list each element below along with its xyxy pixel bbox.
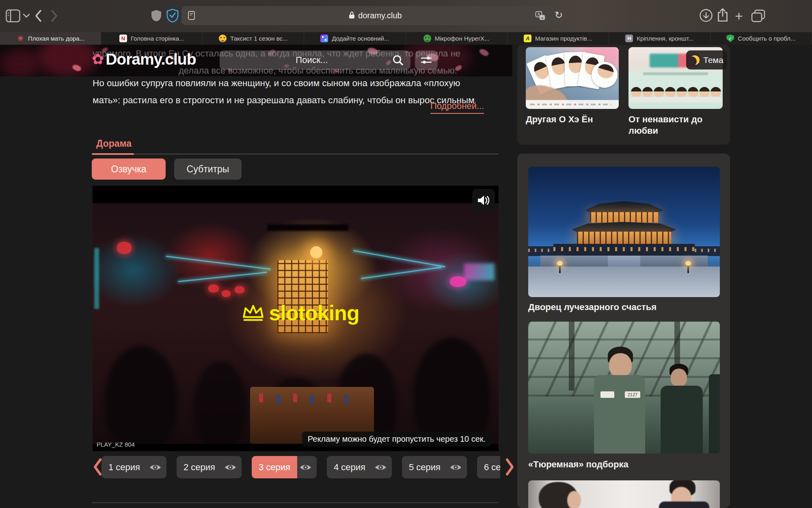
episode-button-6[interactable]: 6 серия	[477, 456, 500, 478]
section-divider	[92, 154, 498, 154]
tab-mounts[interactable]: H Кріплення, кроншт...	[609, 32, 710, 45]
new-tab-icon[interactable]: +	[735, 9, 743, 23]
tab-app[interactable]: Додайте основний...	[304, 32, 406, 45]
shield-check-favicon: ✓	[726, 35, 734, 42]
poster-title: «Тюремная» подборка	[528, 459, 628, 470]
search-input[interactable]	[220, 55, 385, 65]
voice-over-button[interactable]: Озвучка	[92, 158, 166, 180]
translate-icon[interactable]: Aж	[535, 11, 546, 22]
ad-brand-logo[interactable]: slotoking	[242, 301, 359, 325]
description-line-1: Но ошибки супруга повлияли на женщину, и…	[93, 78, 460, 89]
adguard-shield-icon[interactable]	[166, 9, 179, 23]
address-bar[interactable]: doramy.club Aж ↻	[181, 6, 569, 25]
tab-dorama[interactable]: Дорама	[96, 138, 132, 149]
poster-another-oh-hae-young[interactable]	[526, 47, 619, 109]
share-icon[interactable]	[716, 7, 729, 23]
site-header: упрямого. В итоге Ен Су осталась одна, а…	[0, 45, 512, 76]
poster-title: Дворец лучезарного счастья	[528, 302, 657, 313]
lock-icon	[349, 11, 355, 21]
eye-icon	[222, 456, 242, 478]
eye-icon	[297, 456, 317, 478]
sidebar-toggle-icon[interactable]	[6, 9, 20, 22]
eye-icon	[447, 456, 467, 478]
back-icon[interactable]	[34, 9, 43, 23]
green-emoji-favicon	[423, 35, 431, 42]
chevron-down-icon[interactable]	[23, 13, 30, 18]
poster-prison-collection[interactable]: 2127	[528, 321, 720, 454]
ad-brand-text: slotoking	[269, 301, 359, 325]
site-logo-text: Doramy.club	[106, 50, 196, 68]
download-icon[interactable]	[699, 9, 713, 22]
netflix-favicon: N	[119, 35, 127, 42]
tab-overview-icon[interactable]	[751, 9, 766, 22]
emoji-favicon	[219, 35, 227, 42]
episode-button-3-active[interactable]: 3 серия	[252, 456, 317, 478]
h-favicon: H	[625, 35, 633, 42]
read-more-link[interactable]: Подробней...	[430, 101, 484, 114]
forward-icon[interactable]	[50, 9, 58, 23]
tab-report[interactable]: ✓ Сообщить о пробл...	[710, 32, 812, 45]
tab-microphone[interactable]: Мікрофон HyperX...	[406, 32, 508, 45]
episode-button-4[interactable]: 4 серия	[327, 456, 392, 478]
search-box	[220, 50, 410, 70]
ad-watermark: PLAY_KZ 804	[97, 441, 135, 448]
poster-palace-of-radiant-happiness[interactable]	[528, 167, 720, 297]
subtitles-button[interactable]: Субтитры	[174, 158, 242, 180]
browser-window: doramy.club Aж ↻ + ❀ Плохая мать дора...…	[0, 0, 812, 508]
prisoner-number: 2127	[625, 391, 640, 398]
crown-icon	[242, 304, 265, 322]
tab-bar: ❀ Плохая мать дора... N Головна сторінка…	[0, 32, 812, 45]
eye-icon	[147, 456, 166, 478]
volume-button[interactable]	[472, 189, 495, 212]
site-logo[interactable]: ✿ Doramy.club	[92, 50, 196, 68]
sakura-logo-icon: ✿	[92, 52, 104, 67]
filter-icon[interactable]	[415, 50, 438, 70]
sidebar-collections-panel: Дворец лучезарного счастья 2127 «Тюремна…	[517, 154, 730, 508]
episodes-next-arrow[interactable]	[503, 458, 516, 476]
svg-text:ж: ж	[541, 16, 543, 20]
gradient-favicon	[320, 35, 328, 42]
privacy-shield-icon[interactable]	[151, 9, 162, 22]
moon-icon	[690, 55, 700, 65]
reader-icon[interactable]	[188, 11, 195, 22]
poster-title: От ненависти до любви	[628, 114, 718, 136]
sakura-favicon: ❀	[17, 35, 24, 42]
poster-title: Другая О Хэ Ён	[526, 114, 619, 125]
episode-button-5[interactable]: 5 серия	[402, 456, 467, 478]
url-text: doramy.club	[358, 11, 402, 20]
poster-partial-bottom[interactable]	[528, 480, 720, 508]
episode-list: 1 серия 2 серия 3 серия 4 серия 5 серия …	[102, 456, 500, 478]
episode-button-2[interactable]: 2 серия	[177, 456, 242, 478]
webpage: упрямого. В итоге Ен Су осталась одна, а…	[0, 45, 812, 508]
tab-netflix[interactable]: N Головна сторінка...	[101, 32, 203, 45]
tab-grocery[interactable]: A Магазин продуктів...	[508, 32, 609, 45]
episode-button-1[interactable]: 1 серия	[102, 456, 166, 478]
eye-icon	[372, 456, 392, 478]
theme-toggle-button[interactable]: Тема	[686, 50, 727, 69]
content-divider	[92, 502, 498, 503]
speaker-icon	[477, 194, 490, 206]
tab-taxi-driver[interactable]: Таксист 1 сезон вс...	[203, 32, 304, 45]
reload-icon[interactable]: ↻	[555, 10, 563, 20]
tab-doramy[interactable]: ❀ Плохая мать дора...	[0, 32, 101, 45]
video-player[interactable]: slotoking PLAY_KZ 804 Рекламу можно буде…	[93, 186, 499, 451]
ad-skip-countdown: Рекламу можно будет пропустить через 10 …	[302, 432, 491, 447]
section-divider-accent	[92, 153, 134, 155]
browser-chrome: doramy.club Aж ↻ +	[0, 0, 812, 32]
search-icon[interactable]	[385, 50, 410, 70]
yellow-a-favicon: A	[524, 35, 531, 42]
description-line-2: мать»: растила его в строгости и не разр…	[93, 95, 475, 106]
